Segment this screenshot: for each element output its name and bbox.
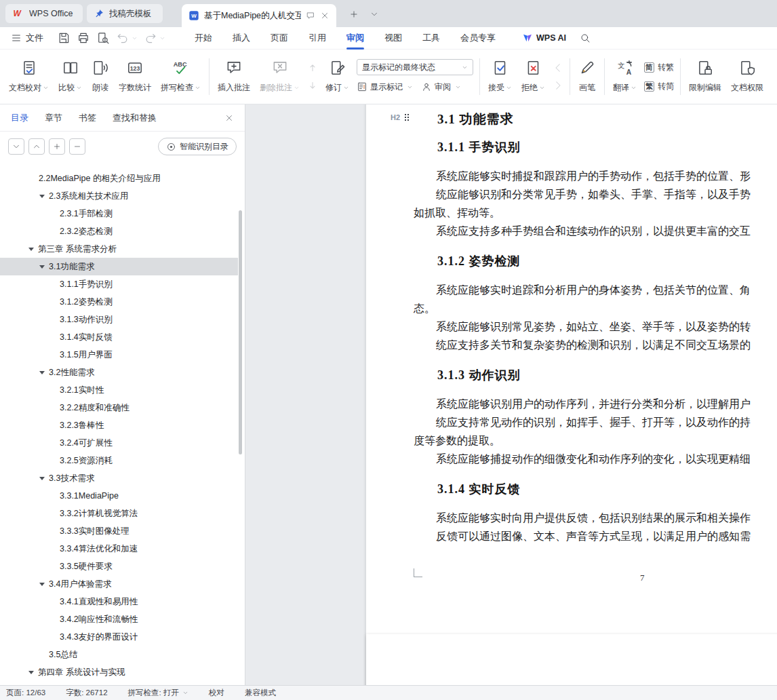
toc-item[interactable]: 第三章 系统需求分析 [0,240,238,258]
document-page[interactable]: H2 7 3.1 功能需求3.1.1 手势识别系统应能够实时捕捉和跟踪用户的手势… [366,104,777,685]
menu-tab-工具[interactable]: 工具 [412,27,450,50]
spell-check-button[interactable]: ABC拼写检查 [156,54,205,99]
toc-item[interactable]: 3.1功能需求 [0,258,238,275]
toc-item[interactable]: 3.5总结 [0,646,238,663]
collapse-all-button[interactable] [8,138,24,155]
save-button[interactable] [57,31,71,45]
insert-comment-button[interactable]: 插入批注 [213,54,255,99]
toc-item[interactable]: 3.1.3动作识别 [0,311,238,328]
toc-item[interactable]: 3.1.5用户界面 [0,346,238,364]
next-comment-button[interactable] [306,79,319,92]
collapse-arrow-icon[interactable] [28,248,34,251]
compare-button[interactable]: 比较 [54,54,87,99]
doc-heading[interactable]: 3.1.2 姿势检测 [437,253,521,269]
restrict-edit-button[interactable]: 限制编辑 [684,54,726,99]
convert-转繁-button[interactable]: 简转繁 [644,60,674,75]
pane-tab-目录[interactable]: 目录 [11,112,28,124]
toc-item[interactable]: 3.2.4可扩展性 [0,434,238,452]
toc-item[interactable]: 3.2.1实时性 [0,381,238,399]
new-tab-button[interactable] [346,6,362,22]
redo-dropdown-icon[interactable] [159,35,165,41]
toc-item[interactable]: 3.4.2响应性和流畅性 [0,610,238,628]
doc-tab-active[interactable]: W 基于MediaPipe的人机交互系统 [182,4,336,27]
smart-recognize-toc-button[interactable]: 智能识别目录 [158,138,237,155]
toc-item[interactable]: 2.3.1手部检测 [0,205,238,222]
word-count-button[interactable]: 123字数统计 [114,54,156,99]
toc-item[interactable]: 3.1.4实时反馈 [0,328,238,346]
menu-tab-审阅[interactable]: 审阅 [336,27,374,50]
doc-body-line[interactable]: 统应支持常见动作的识别，如挥手、握手、打开等，以及动作的持 [436,416,751,430]
comment-bubble-icon[interactable] [306,11,315,20]
tab-close-icon[interactable] [320,11,330,20]
toc-item[interactable]: 2.3系统相关技术应用 [0,187,238,205]
expand-all-button[interactable] [28,138,45,155]
doc-tab-template[interactable]: 找稿壳模板 [87,4,163,23]
heading-drag-handle[interactable]: H2 [391,113,406,121]
doc-heading[interactable]: 3.1.4 实时反馈 [437,481,521,497]
collapse-arrow-icon[interactable] [28,671,34,674]
accept-revision-button[interactable]: 接受 [483,54,517,99]
collapse-arrow-icon[interactable] [39,265,45,269]
toc-item[interactable]: 2.3.2姿态检测 [0,222,238,240]
toc-item[interactable]: 3.4.1直观性和易用性 [0,593,238,610]
wps-ai-button[interactable]: WPS AI [522,33,566,43]
doc-body-line[interactable]: 如抓取、挥动等。 [414,206,500,220]
print-button[interactable] [77,31,90,45]
zoom-out-outline-button[interactable] [69,138,85,155]
tab-list-dropdown[interactable] [366,6,382,22]
toc-item[interactable]: 3.1.1手势识别 [0,275,238,293]
pane-close-icon[interactable] [224,113,234,123]
print-preview-button[interactable] [96,31,110,45]
collapse-arrow-icon[interactable] [39,583,45,586]
toc-item[interactable]: 3.3.1MediaPipe [0,487,238,505]
next-change-button[interactable] [552,79,564,92]
toc-item[interactable]: 3.3.4算法优化和加速 [0,540,238,558]
toc-item[interactable]: 3.3技术需求 [0,469,238,487]
pane-tab-章节[interactable]: 章节 [45,112,62,124]
search-icon[interactable] [580,33,591,43]
document-page-next[interactable] [366,634,777,685]
convert-转简-button[interactable]: 繁转简 [644,79,674,94]
doc-body-line[interactable]: 系统应能够识别常见姿势，如站立、坐姿、举手等，以及姿势的转 [436,320,751,334]
menu-tab-开始[interactable]: 开始 [184,27,222,50]
menu-tab-视图[interactable]: 视图 [374,27,412,50]
doc-body-line[interactable]: 态。 [414,302,435,316]
toc-item[interactable]: 3.3.2计算机视觉算法 [0,505,238,522]
menu-tab-页面[interactable]: 页面 [260,27,298,50]
doc-body-line[interactable]: 系统应支持多种手势组合和连续动作的识别，以提供更丰富的交互 [436,225,751,239]
doc-body-line[interactable]: 反馈可以通过图像、文本、声音等方式呈现，以满足用户的感知需 [436,530,751,544]
doc-body-line[interactable]: 系统应能够实时追踪和分析用户的身体姿势，包括关节的位置、角 [436,284,751,298]
status-item[interactable]: 页面: 12/63 [6,688,45,698]
doc-body-line[interactable]: 度等参数的提取。 [414,434,500,448]
toc-item[interactable]: 3.2.5资源消耗 [0,452,238,469]
collapse-arrow-icon[interactable] [39,195,45,198]
undo-dropdown-icon[interactable] [132,35,138,41]
doc-heading[interactable]: 3.1.3 动作识别 [437,367,521,383]
toc-item[interactable]: 第四章 系统设计与实现 [0,663,238,681]
toc-item[interactable]: 3.4.3友好的界面设计 [0,628,238,646]
status-item[interactable]: 字数: 26712 [66,688,107,698]
reject-revision-button[interactable]: 拒绝 [517,54,550,99]
doc-permission-button[interactable]: 文档权限 [726,54,768,99]
doc-body-line[interactable]: 系统应能够实时捕捉和跟踪用户的手势动作，包括手势的位置、形 [436,170,751,184]
doc-body-line[interactable]: 系统应能够实时向用户提供反馈，包括识别结果的展示和相关操作 [436,511,751,526]
file-menu-button[interactable]: 文件 [11,32,43,44]
toc-item[interactable]: 3.3.5硬件要求 [0,558,238,575]
reviewer-button[interactable]: 审阅 [421,79,461,94]
toc-item[interactable]: 3.1.2姿势检测 [0,293,238,311]
doc-heading[interactable]: 3.1 功能需求 [437,111,514,128]
toc-item[interactable]: 3.2性能需求 [0,364,238,381]
status-item[interactable]: 拼写检查: 打开 [128,688,188,698]
toc-item[interactable]: 3.4用户体验需求 [0,575,238,593]
collapse-arrow-icon[interactable] [39,477,45,480]
menu-tab-引用[interactable]: 引用 [298,27,336,50]
app-tab-wps-office[interactable]: W WPS Office [5,4,83,23]
doc-body-line[interactable]: 统应支持多关节和复杂姿势的检测和识别，以满足不同交互场景的 [436,338,751,353]
status-item[interactable]: 兼容模式 [245,688,276,698]
toc-item[interactable]: 3.3.3实时图像处理 [0,522,238,540]
doc-proofread-button[interactable]: 文档校对 [4,54,54,99]
doc-heading[interactable]: 3.1.1 手势识别 [437,139,521,155]
toc-item[interactable]: 3.2.3鲁棒性 [0,416,238,434]
doc-body-line[interactable]: 系统应能够捕捉动作的细微变化和动作序列的变化，以实现更精细 [436,452,751,467]
menu-tab-插入[interactable]: 插入 [222,27,260,50]
